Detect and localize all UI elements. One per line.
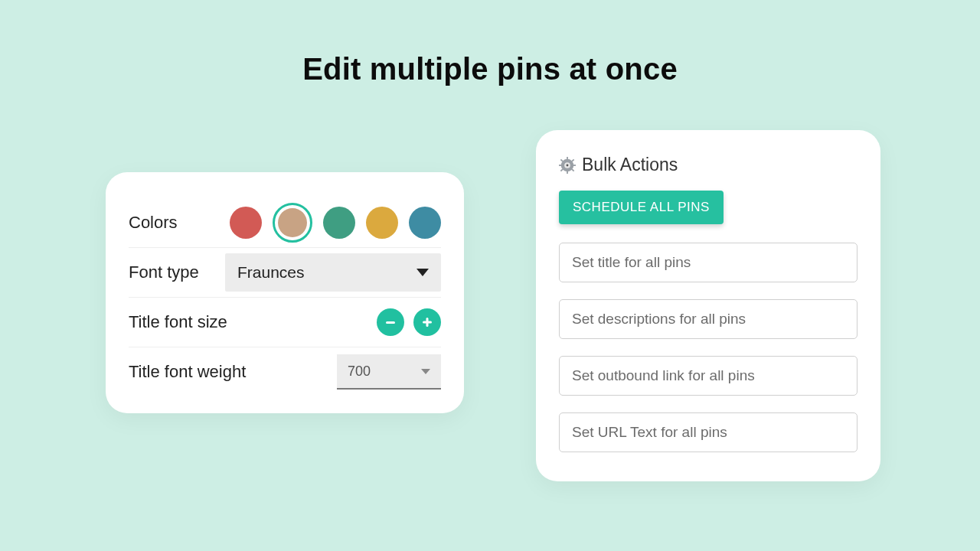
schedule-all-pins-button[interactable]: SCHEDULE ALL PINS (559, 191, 724, 224)
title-font-weight-row: Title font weight 700 (129, 347, 441, 396)
color-swatch-5[interactable] (409, 207, 441, 239)
bulk-actions-panel: Bulk Actions SCHEDULE ALL PINS Set title… (536, 130, 880, 481)
font-weight-select[interactable]: 700 (337, 354, 441, 390)
set-description-placeholder: Set descriptions for all pins (572, 311, 746, 328)
color-swatch-2-inner (278, 208, 307, 237)
chevron-down-icon (416, 269, 429, 276)
color-swatches (230, 203, 441, 243)
gear-icon (559, 157, 576, 174)
font-type-row: Font type Fraunces (129, 248, 441, 298)
color-swatch-4[interactable] (366, 207, 398, 239)
color-swatch-1[interactable] (230, 207, 262, 239)
colors-label: Colors (129, 213, 178, 233)
svg-rect-8 (559, 165, 562, 166)
set-url-text-input[interactable]: Set URL Text for all pins (559, 412, 858, 452)
set-description-input[interactable]: Set descriptions for all pins (559, 299, 858, 339)
svg-rect-0 (386, 321, 395, 324)
style-panel: Colors Font type Fraunces Title font siz… (106, 172, 464, 413)
bulk-actions-title: Bulk Actions (582, 155, 678, 175)
svg-rect-6 (567, 157, 568, 160)
page-title: Edit multiple pins at once (0, 52, 980, 86)
title-font-size-row: Title font size (129, 298, 441, 347)
svg-rect-7 (567, 171, 568, 174)
svg-rect-2 (426, 318, 429, 327)
set-title-input[interactable]: Set title for all pins (559, 243, 858, 282)
font-type-select[interactable]: Fraunces (225, 253, 441, 292)
bulk-actions-header: Bulk Actions (559, 155, 858, 175)
svg-rect-9 (573, 165, 576, 166)
chevron-down-icon (421, 369, 430, 374)
set-outbound-placeholder: Set outbound link for all pins (572, 367, 755, 384)
font-size-stepper (377, 308, 441, 336)
color-swatch-3[interactable] (323, 207, 355, 239)
set-url-text-placeholder: Set URL Text for all pins (572, 424, 727, 441)
font-type-value: Fraunces (237, 263, 305, 282)
increase-button[interactable] (413, 308, 441, 336)
set-title-placeholder: Set title for all pins (572, 254, 691, 271)
svg-point-5 (567, 164, 569, 166)
title-font-size-label: Title font size (129, 312, 227, 332)
decrease-button[interactable] (377, 308, 404, 336)
font-weight-value: 700 (348, 364, 371, 380)
colors-row: Colors (129, 198, 441, 248)
title-font-weight-label: Title font weight (129, 362, 246, 382)
font-type-label: Font type (129, 262, 199, 282)
set-outbound-link-input[interactable]: Set outbound link for all pins (559, 356, 858, 396)
color-swatch-2-selected[interactable] (273, 203, 312, 243)
